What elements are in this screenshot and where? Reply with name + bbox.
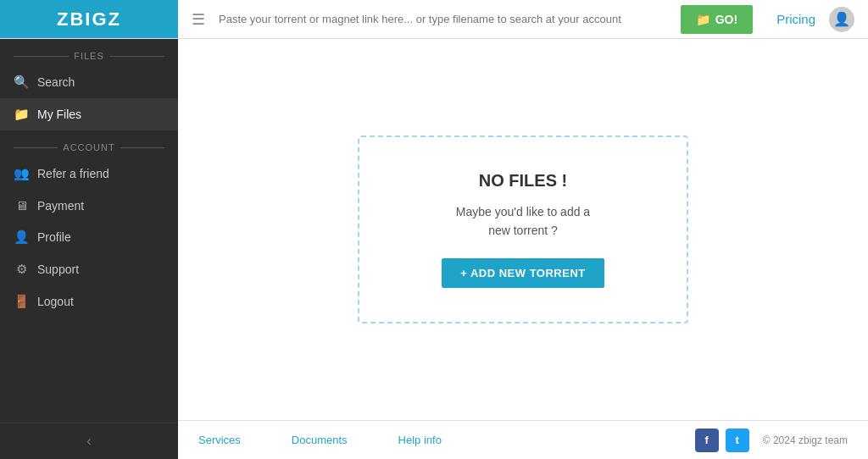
- search-icon: 🔍: [14, 75, 29, 90]
- account-section-label: ACCOUNT: [0, 130, 178, 158]
- sidebar-myfiles-label: My Files: [37, 108, 81, 121]
- logout-icon: 🚪: [14, 294, 29, 309]
- no-files-title: NO FILES !: [385, 171, 661, 191]
- pricing-link[interactable]: Pricing: [776, 12, 815, 26]
- header: ZBIGZ ☰ 📁 GO! Pricing 👤: [0, 0, 868, 39]
- account-divider-right: [120, 147, 164, 148]
- footer-right: f t © 2024 zbigz team: [695, 429, 848, 452]
- no-files-description: Maybe you'd like to add a new torrent ?: [385, 202, 661, 241]
- sidebar-logout-label: Logout: [37, 295, 74, 308]
- sidebar-item-search[interactable]: 🔍 Search: [0, 66, 178, 98]
- footer-links: Services Documents Help info: [198, 434, 695, 446]
- body-area: FILES 🔍 Search 📁 My Files ACCOUNT 👥 Refe…: [0, 39, 868, 459]
- profile-icon: 👤: [14, 230, 29, 245]
- facebook-button[interactable]: f: [695, 429, 719, 452]
- footer-help-link[interactable]: Help info: [398, 434, 442, 446]
- files-section-label: FILES: [0, 39, 178, 66]
- sidebar-item-logout[interactable]: 🚪 Logout: [0, 285, 178, 318]
- sidebar-payment-label: Payment: [37, 199, 84, 213]
- sidebar-search-label: Search: [37, 75, 75, 89]
- sidebar-item-support[interactable]: ⚙ Support: [0, 253, 178, 285]
- header-center: ☰ 📁 GO!: [178, 5, 763, 34]
- sidebar-spacer: [0, 318, 178, 423]
- account-divider-left: [14, 147, 58, 148]
- main-body: NO FILES ! Maybe you'd like to add a new…: [178, 39, 868, 420]
- folder-icon: 📁: [696, 13, 710, 26]
- no-files-desc-line1: Maybe you'd like to add a: [456, 205, 590, 218]
- sidebar: FILES 🔍 Search 📁 My Files ACCOUNT 👥 Refe…: [0, 39, 178, 459]
- go-label: GO!: [715, 13, 737, 26]
- sidebar-refer-label: Refer a friend: [37, 167, 109, 180]
- avatar-icon: 👤: [833, 11, 850, 27]
- support-icon: ⚙: [14, 262, 29, 277]
- search-input[interactable]: [219, 6, 681, 33]
- user-avatar[interactable]: 👤: [829, 7, 854, 32]
- no-files-desc-line2: new torrent ?: [488, 224, 558, 237]
- sidebar-collapse-button[interactable]: ‹: [0, 423, 178, 459]
- sidebar-item-profile[interactable]: 👤 Profile: [0, 221, 178, 253]
- refer-icon: 👥: [14, 166, 29, 181]
- sidebar-support-label: Support: [37, 263, 79, 276]
- copyright: © 2024 zbigz team: [763, 434, 848, 446]
- payment-icon: 🖥: [14, 198, 29, 213]
- twitter-button[interactable]: t: [726, 429, 749, 452]
- divider-right: [109, 56, 164, 57]
- footer: Services Documents Help info f t © 2024 …: [178, 420, 868, 459]
- footer-services-link[interactable]: Services: [198, 434, 241, 446]
- sidebar-item-payment[interactable]: 🖥 Payment: [0, 190, 178, 221]
- facebook-icon: f: [705, 434, 709, 446]
- footer-documents-link[interactable]: Documents: [292, 434, 348, 446]
- no-files-box: NO FILES ! Maybe you'd like to add a new…: [358, 135, 688, 324]
- sidebar-item-refer[interactable]: 👥 Refer a friend: [0, 158, 178, 190]
- my-files-icon: 📁: [14, 107, 29, 122]
- files-label: FILES: [74, 51, 104, 61]
- sidebar-item-my-files[interactable]: 📁 My Files: [0, 98, 178, 130]
- header-right: Pricing 👤: [763, 7, 868, 32]
- main-content: NO FILES ! Maybe you'd like to add a new…: [178, 39, 868, 459]
- hamburger-button[interactable]: ☰: [188, 7, 209, 32]
- logo-area: ZBIGZ: [0, 0, 178, 38]
- account-label: ACCOUNT: [63, 142, 114, 152]
- sidebar-profile-label: Profile: [37, 230, 71, 244]
- divider-left: [14, 56, 69, 57]
- add-new-torrent-button[interactable]: + ADD NEW TORRENT: [442, 258, 604, 288]
- twitter-icon: t: [736, 434, 739, 446]
- logo: ZBIGZ: [57, 8, 121, 30]
- go-button[interactable]: 📁 GO!: [681, 5, 753, 34]
